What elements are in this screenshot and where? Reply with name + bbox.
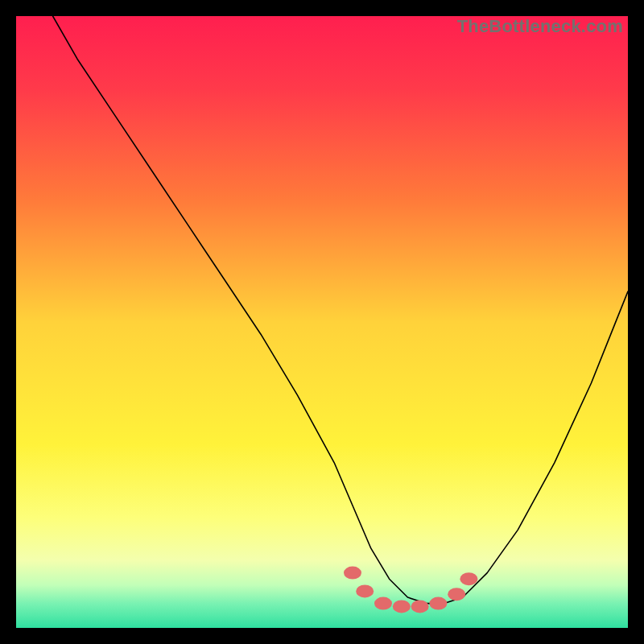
watermark-text: TheBottleneck.com bbox=[457, 16, 623, 37]
highlight-point bbox=[448, 588, 465, 601]
highlight-point bbox=[344, 567, 361, 580]
gradient-background bbox=[16, 16, 628, 628]
chart-frame: TheBottleneck.com bbox=[16, 16, 628, 628]
highlight-point bbox=[393, 600, 411, 613]
highlight-point bbox=[356, 584, 374, 597]
bottleneck-chart bbox=[16, 16, 628, 628]
highlight-point bbox=[460, 572, 477, 585]
highlight-point bbox=[429, 597, 447, 610]
highlight-point bbox=[374, 597, 392, 610]
highlight-point bbox=[411, 600, 429, 613]
